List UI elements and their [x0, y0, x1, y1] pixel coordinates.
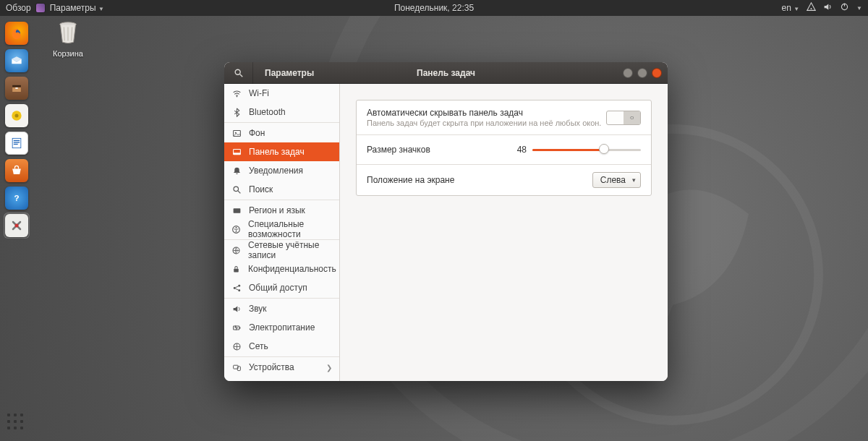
position-row: Положение на экране Слева	[357, 165, 651, 195]
autohide-row: Автоматически скрывать панель задач Пане…	[357, 100, 651, 135]
sidebar-item-network[interactable]: Сеть	[224, 337, 339, 356]
sidebar-item-about[interactable]: Сведения о системе ❯	[224, 377, 339, 381]
sidebar-item-label: Специальные возможности	[248, 219, 332, 239]
svg-point-33	[238, 289, 240, 291]
headerbar-search-button[interactable]	[224, 62, 253, 84]
sidebar-item-notifications[interactable]: Уведомления	[224, 161, 339, 180]
settings-window: Параметры Панель задач Wi-Fi Bluetooth Ф…	[224, 62, 668, 381]
dock-thunderbird[interactable]	[4, 48, 30, 74]
svg-rect-12	[14, 142, 20, 142]
region-icon	[231, 206, 242, 215]
dock-settings-panel: Автоматически скрывать панель задач Пане…	[356, 100, 652, 196]
window-minimize-button[interactable]	[623, 68, 633, 78]
trash-label: Корзина	[45, 49, 91, 58]
clock[interactable]: Понедельник, 22:35	[394, 3, 474, 13]
bluetooth-icon	[231, 108, 242, 117]
iconsize-label: Размер значков	[367, 145, 517, 155]
gnome-top-bar: Обзор Параметры ▼ Понедельник, 22:35 en …	[0, 0, 868, 16]
svg-point-31	[233, 287, 235, 289]
svg-rect-35	[239, 327, 240, 328]
svg-point-19	[236, 95, 237, 97]
sidebar-item-search[interactable]: Поиск	[224, 180, 339, 199]
keyboard-layout-indicator[interactable]: en ▼	[781, 3, 799, 13]
network-icon	[231, 342, 242, 351]
app-menu-button[interactable]: Параметры ▼	[50, 3, 104, 13]
sidebar-item-label: Фон	[249, 128, 265, 138]
sidebar-item-region[interactable]: Регион и язык	[224, 201, 339, 220]
sidebar-item-label: Устройства	[249, 362, 294, 372]
svg-rect-23	[233, 153, 240, 154]
svg-rect-11	[14, 140, 20, 141]
sidebar-item-devices[interactable]: Устройства ❯	[224, 358, 339, 377]
position-label: Положение на экране	[367, 175, 592, 185]
power-icon[interactable]	[840, 2, 849, 14]
svg-point-28	[236, 227, 237, 228]
svg-rect-13	[14, 144, 18, 145]
svg-point-15	[15, 224, 19, 228]
svg-line-25	[238, 191, 240, 193]
sidebar-item-power[interactable]: Электропитание	[224, 318, 339, 337]
svg-line-18	[239, 74, 242, 77]
sidebar-item-label: Bluetooth	[249, 107, 286, 117]
dock-files[interactable]	[4, 75, 30, 101]
desktop-trash[interactable]: Корзина	[45, 20, 91, 58]
background-icon	[231, 129, 242, 138]
devices-icon	[231, 363, 242, 372]
window-maximize-button[interactable]	[637, 68, 647, 78]
sidebar-item-label: Звук	[249, 304, 267, 314]
svg-rect-26	[233, 208, 240, 213]
iconsize-value: 48	[517, 145, 527, 155]
lock-icon	[231, 265, 241, 274]
dock-icon	[231, 147, 242, 157]
svg-rect-10	[12, 138, 21, 147]
svg-point-32	[238, 284, 240, 286]
autohide-switch[interactable]: ○	[606, 111, 641, 125]
show-applications-button[interactable]	[6, 412, 27, 434]
sidebar-item-label: Электропитание	[249, 322, 315, 333]
volume-icon[interactable]	[823, 2, 833, 14]
autohide-label: Автоматически скрывать панель задач	[367, 108, 606, 118]
dock-rhythmbox[interactable]	[4, 103, 30, 129]
sidebar-item-label: Панель задач	[249, 147, 305, 157]
svg-rect-7	[15, 87, 17, 89]
network-icon[interactable]	[807, 2, 816, 14]
svg-point-24	[234, 187, 239, 192]
sidebar-item-privacy[interactable]: Конфиденциальность	[224, 260, 339, 278]
sidebar-item-background[interactable]: Фон	[224, 124, 339, 142]
settings-sidebar: Wi-Fi Bluetooth Фон Панель задач Уведомл…	[224, 84, 340, 381]
dock-writer[interactable]	[4, 130, 30, 156]
sidebar-item-label: Конфиденциальность	[248, 264, 336, 274]
online-accounts-icon	[231, 246, 241, 255]
iconsize-slider[interactable]	[532, 142, 641, 157]
sidebar-item-accessibility[interactable]: Специальные возможности	[224, 220, 339, 239]
position-dropdown[interactable]: Слева	[592, 172, 641, 188]
settings-content: Автоматически скрывать панель задач Пане…	[340, 84, 668, 381]
svg-text:?: ?	[14, 193, 19, 202]
sidebar-item-online-accounts[interactable]: Сетевые учётные записи	[224, 241, 339, 260]
app-menu-icon	[35, 3, 46, 13]
headerbar-sidebar-title: Параметры	[265, 68, 314, 78]
iconsize-row: Размер значков 48	[357, 135, 651, 165]
sidebar-item-wifi[interactable]: Wi-Fi	[224, 84, 339, 103]
dock-settings[interactable]	[4, 213, 30, 239]
svg-point-1	[811, 8, 812, 9]
svg-rect-30	[234, 268, 239, 272]
window-close-button[interactable]	[652, 68, 662, 78]
sidebar-item-dock[interactable]: Панель задач	[224, 142, 339, 161]
svg-point-17	[235, 69, 240, 74]
dock-firefox[interactable]	[4, 20, 30, 46]
sidebar-item-sound[interactable]: Звук	[224, 299, 339, 318]
svg-rect-3	[844, 4, 845, 7]
wifi-icon	[231, 89, 242, 98]
system-menu-chevron[interactable]: ▼	[856, 5, 862, 12]
window-headerbar[interactable]: Параметры Панель задач	[224, 62, 668, 84]
headerbar-content-title: Панель задач	[417, 68, 475, 78]
sidebar-item-label: Регион и язык	[249, 205, 305, 215]
svg-point-9	[15, 114, 19, 118]
sidebar-item-bluetooth[interactable]: Bluetooth	[224, 103, 339, 121]
dock-software[interactable]	[4, 158, 30, 184]
sidebar-item-sharing[interactable]: Общий доступ	[224, 278, 339, 297]
power-icon	[231, 323, 242, 333]
dock-help[interactable]: ?	[4, 185, 30, 211]
activities-button[interactable]: Обзор	[6, 3, 31, 13]
